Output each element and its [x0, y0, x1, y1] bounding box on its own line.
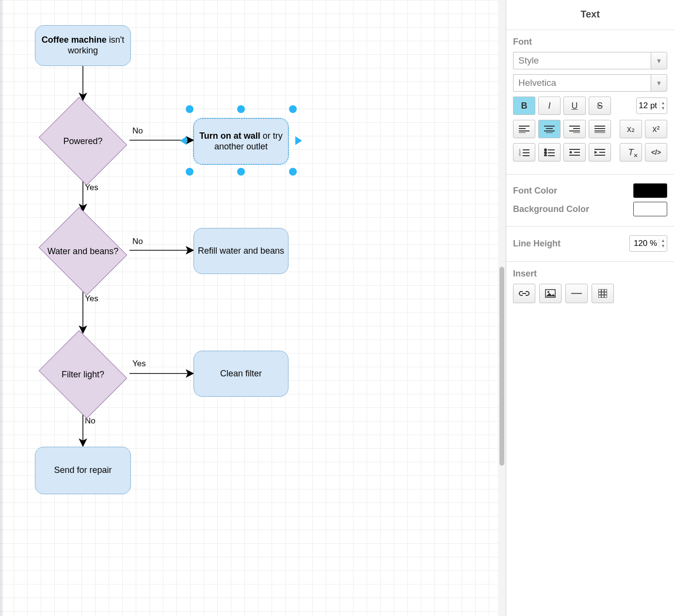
connection-arrow-right-icon[interactable] [295, 136, 302, 145]
selection-handle[interactable] [289, 168, 297, 176]
font-color-swatch[interactable] [633, 183, 667, 198]
node-turn-on-selected[interactable]: Turn on at wall or try another outlet [193, 118, 289, 164]
insert-image-button[interactable] [539, 284, 562, 303]
italic-button[interactable]: I [538, 97, 561, 115]
font-color-label: Font Color [513, 186, 557, 196]
line-height-input[interactable]: 120 % ▲▼ [629, 235, 667, 252]
svg-marker-29 [569, 151, 572, 152]
align-center-button[interactable] [538, 120, 561, 138]
align-right-button[interactable] [563, 120, 586, 138]
link-icon [519, 290, 530, 297]
svg-point-24 [545, 152, 546, 154]
svg-point-26 [545, 155, 546, 156]
outdent-button[interactable] [563, 143, 586, 162]
superscript-button[interactable]: x² [645, 120, 667, 138]
bold-button[interactable]: B [513, 97, 535, 115]
node-filter-light[interactable]: Filter light? [35, 334, 131, 415]
canvas-scrollbar[interactable] [498, 0, 506, 616]
numbered-list-button[interactable]: 123 [513, 143, 535, 162]
selection-handle[interactable] [186, 168, 193, 176]
node-water-beans[interactable]: Water and beans? [35, 211, 131, 292]
insert-link-button[interactable] [513, 284, 535, 303]
underline-button[interactable]: U [563, 97, 586, 115]
scrollbar-thumb[interactable] [499, 267, 504, 466]
edge-label-no[interactable]: No [132, 126, 143, 136]
svg-marker-34 [594, 151, 597, 154]
svg-text:3: 3 [519, 154, 521, 156]
step-down-icon[interactable]: ▼ [659, 243, 667, 249]
horizontal-rule-icon [571, 293, 582, 294]
align-left-button[interactable] [513, 120, 535, 138]
align-justify-button[interactable] [589, 120, 611, 138]
selection-handle[interactable] [237, 105, 245, 113]
bg-color-label: Background Color [513, 204, 589, 214]
chevron-down-icon[interactable]: ▼ [651, 52, 667, 69]
insert-table-button[interactable] [592, 284, 614, 303]
node-powered[interactable]: Powered? [35, 100, 131, 182]
edge-label-yes2[interactable]: Yes [85, 294, 98, 304]
node-start[interactable]: Coffee machine isn't working [35, 25, 131, 66]
diagram-canvas[interactable]: No Yes No Yes Yes No Coffee machine isn'… [0, 0, 498, 616]
connection-arrow-left-icon[interactable] [180, 136, 187, 145]
chevron-down-icon[interactable]: ▼ [651, 74, 667, 92]
bulleted-list-button[interactable] [538, 143, 561, 162]
node-refill[interactable]: Refill water and beans [193, 228, 289, 274]
indent-button[interactable] [589, 143, 611, 162]
image-icon [545, 289, 556, 298]
section-line-height: Line Height 120 % ▲▼ [506, 227, 674, 262]
node-clean[interactable]: Clean filter [193, 351, 289, 397]
insert-hr-button[interactable] [565, 284, 588, 303]
section-insert: Insert [506, 262, 674, 311]
step-up-icon[interactable]: ▲ [659, 238, 667, 243]
background-color-swatch[interactable] [633, 202, 667, 216]
font-size-input[interactable]: 12 pt ▲▼ [636, 97, 667, 114]
strikethrough-button[interactable]: S [589, 97, 611, 115]
subscript-button[interactable]: x₂ [620, 120, 642, 138]
svg-point-22 [545, 149, 546, 151]
svg-marker-30 [569, 152, 572, 154]
selection-handle[interactable] [237, 168, 245, 176]
edge-label-yes3[interactable]: Yes [132, 359, 146, 369]
node-repair[interactable]: Send for repair [35, 447, 131, 494]
font-style-select[interactable]: Style ▼ [513, 52, 667, 69]
selection-handle[interactable] [289, 105, 297, 113]
step-up-icon[interactable]: ▲ [659, 100, 667, 106]
panel-title: Text [506, 0, 674, 30]
insert-heading: Insert [513, 269, 667, 279]
edge-label-no2[interactable]: No [132, 237, 143, 246]
font-family-select[interactable]: Helvetica ▼ [513, 74, 667, 92]
section-colors: Font Color Background Color [506, 175, 674, 227]
step-down-icon[interactable]: ▼ [659, 106, 667, 111]
section-font: Font Style ▼ Helvetica ▼ B I U S 12 pt ▲… [506, 30, 674, 175]
clear-formatting-button[interactable]: T✕ [620, 143, 642, 162]
svg-point-39 [547, 291, 549, 293]
selection-handle[interactable] [186, 105, 193, 113]
html-button[interactable]: </> [645, 143, 667, 162]
section-font-heading: Font [513, 37, 667, 47]
line-height-label: Line Height [513, 239, 561, 249]
table-icon [598, 289, 607, 298]
format-panel: Text Font Style ▼ Helvetica ▼ B I U S 12… [506, 0, 674, 616]
